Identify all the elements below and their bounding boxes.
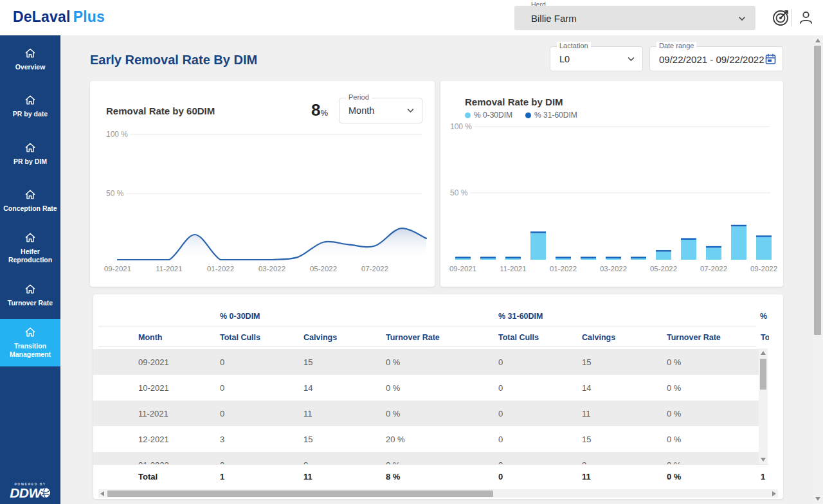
period-select[interactable]: Period Month <box>339 98 422 123</box>
sidebar-item-turnover-rate[interactable]: Turnover Rate <box>0 272 60 320</box>
table-cell: 3 <box>220 435 224 444</box>
table-cell: 14 <box>582 383 591 393</box>
table-column-header: Turnover Rate <box>667 333 721 342</box>
chart-legend: % 0-30DIM% 31-60DIM <box>465 111 577 120</box>
table-cell: 0 <box>220 409 224 419</box>
total-cell: 1 <box>761 472 765 482</box>
legend-label: % 31-60DIM <box>534 111 577 120</box>
table-body: 09-20210150 %0150 %10-20210140 %0140 %11… <box>93 347 759 464</box>
table-group-header: % 0-30DIM <box>220 312 260 321</box>
scrollbar-thumb[interactable] <box>760 359 766 390</box>
total-cell: 11 <box>582 472 591 482</box>
svg-text:100 %: 100 % <box>106 130 128 139</box>
total-cell: 11 <box>303 472 312 482</box>
home-icon <box>24 94 37 107</box>
scrollbar-thumb[interactable] <box>107 491 493 497</box>
total-cell: 0 % <box>667 472 681 482</box>
user-icon[interactable] <box>797 9 815 26</box>
table-column-header: Total Culls <box>761 333 769 342</box>
svg-text:01-2022: 01-2022 <box>550 265 577 273</box>
chevron-down-icon <box>738 16 746 21</box>
table-cell: 0 <box>220 357 224 367</box>
sidebar-item-label: Transition Management <box>2 342 59 359</box>
sidebar-item-pr-by-date[interactable]: PR by date <box>0 83 60 130</box>
table-horizontal-scrollbar[interactable] <box>98 489 778 498</box>
table-cell: 15 <box>582 357 591 367</box>
topbar: DeLavalPlus Herd Billie Farm <box>0 0 823 35</box>
svg-text:05-2022: 05-2022 <box>310 265 337 273</box>
total-cell: 1 <box>220 472 224 482</box>
app-logo[interactable]: DeLavalPlus <box>13 8 105 26</box>
table-cell: 0 <box>498 435 503 444</box>
scroll-left-arrow[interactable] <box>100 491 104 496</box>
date-range-label: Date range <box>656 42 696 50</box>
divider <box>98 327 756 327</box>
table-row: 12-202131520 %0150 % <box>93 426 759 452</box>
scroll-down-arrow[interactable] <box>815 497 820 501</box>
ddw-brand-label: DDW <box>10 486 41 500</box>
table-column-header: Calvings <box>303 333 337 342</box>
table-cell: 10-2021 <box>138 383 169 393</box>
table-row: 09-20210150 %0150 % <box>93 349 759 375</box>
legend-item[interactable]: % 0-30DIM <box>465 111 512 120</box>
removal-rate-dim-card: 100 %50 %09-202111-202101-202203-202205-… <box>440 81 783 287</box>
scroll-up-arrow[interactable] <box>761 351 766 355</box>
svg-text:50 %: 50 % <box>450 188 468 197</box>
svg-text:09-2021: 09-2021 <box>104 265 131 273</box>
table-cell: 0 % <box>386 357 400 367</box>
chevron-down-icon <box>407 109 414 113</box>
sidebar-item-label: Turnover Rate <box>2 299 59 307</box>
chart-title: Removal Rate by DIM <box>465 96 563 107</box>
summary-number: 8 <box>311 100 320 120</box>
svg-text:09-2022: 09-2022 <box>750 265 777 273</box>
lactation-select[interactable]: Lactation L0 <box>550 46 643 71</box>
scroll-down-arrow[interactable] <box>761 458 766 462</box>
table-cell: 0 <box>498 357 503 367</box>
logo-plus: Plus <box>73 8 105 25</box>
scroll-right-arrow[interactable] <box>772 491 776 496</box>
legend-label: % 0-30DIM <box>474 111 512 120</box>
table-cell: 09-2021 <box>138 357 169 367</box>
table-cell: 15 <box>303 435 312 444</box>
table-cell: 11 <box>582 409 591 419</box>
scroll-up-arrow[interactable] <box>815 39 820 42</box>
table-total-row: Total1118 %0110 %1 <box>93 464 769 488</box>
summary-unit: % <box>320 108 328 118</box>
page-scrollbar[interactable] <box>813 35 823 504</box>
svg-text:01-2022: 01-2022 <box>207 265 234 273</box>
table-cell: 0 % <box>386 383 400 393</box>
home-icon <box>24 188 37 201</box>
table-column-header: Turnover Rate <box>386 333 440 342</box>
table-vertical-scrollbar[interactable] <box>759 348 768 464</box>
table-row: 11-20210110 %0110 % <box>93 401 759 426</box>
sidebar-item-label: PR by date <box>2 110 59 118</box>
period-label: Period <box>346 93 372 101</box>
sidebar-item-label: Heifer Reproduction <box>2 248 59 264</box>
sidebar-item-label: Conception Rate <box>2 204 59 213</box>
legend-dot-icon <box>525 113 531 118</box>
table-cell: 11-2021 <box>138 409 168 419</box>
table-column-header: Month <box>138 333 162 342</box>
herd-value: Billie Farm <box>531 13 577 24</box>
sidebar-item-heifer-reproduction[interactable]: Heifer Reproduction <box>0 224 60 272</box>
legend-dot-icon <box>465 113 471 118</box>
table-cell: 0 <box>498 383 503 393</box>
table-row: 01-2022080 %080 % <box>93 452 759 464</box>
herd-select[interactable]: Billie Farm <box>514 6 755 30</box>
date-range-value: 09/22/2021 - 09/22/2022 <box>659 53 764 64</box>
sidebar-item-conception-rate[interactable]: Conception Rate <box>0 177 60 225</box>
table-column-header: Total Culls <box>498 333 539 342</box>
removal-table-card: % 0-30DIM% 31-60DIM% 0-60DIM MonthTotal … <box>93 294 783 499</box>
scrollbar-thumb[interactable] <box>814 46 821 335</box>
sidebar-item-transition-management[interactable]: Transition Management <box>0 319 60 366</box>
calendar-icon <box>765 53 776 64</box>
date-range-picker[interactable]: Date range 09/22/2021 - 09/22/2022 <box>649 46 783 71</box>
table-cell: 0 % <box>386 409 400 419</box>
removal-rate-60dim-card: 100 %50 %09-202111-202101-202203-202205-… <box>90 81 435 287</box>
summary-value: 8% <box>270 100 328 120</box>
table-cell: 0 % <box>667 409 681 419</box>
target-icon[interactable] <box>772 8 791 27</box>
sidebar-item-pr-by-dim[interactable]: PR by DIM <box>0 130 60 177</box>
legend-item[interactable]: % 31-60DIM <box>525 111 577 120</box>
sidebar-item-overview[interactable]: Overview <box>0 35 60 83</box>
